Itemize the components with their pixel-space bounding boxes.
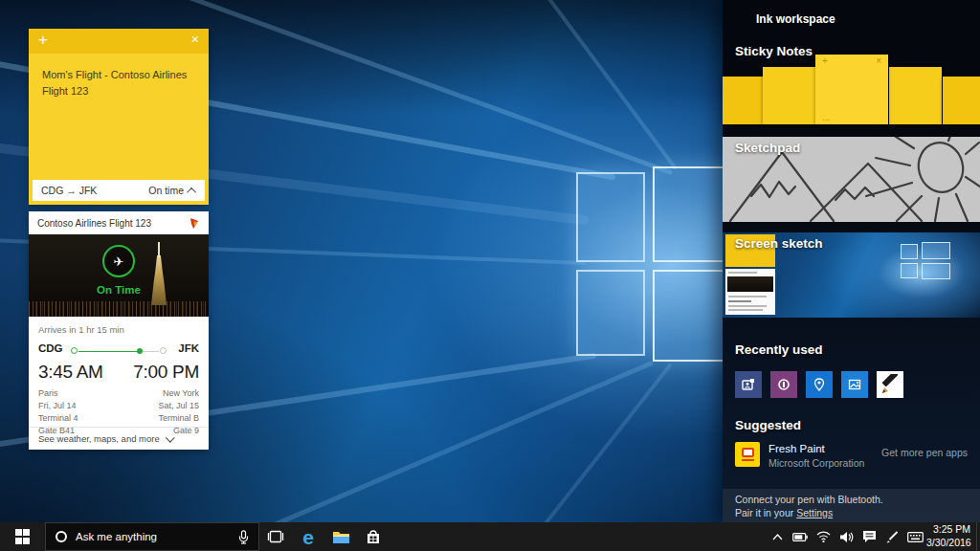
suggested-label: Suggested	[735, 418, 801, 432]
flight-details: Arrives in 1 hr 15 min CDG JFK 3:45 AM 7…	[29, 317, 209, 437]
flight-insight-bar[interactable]: CDG → JFK On time	[33, 180, 205, 201]
pen-icon	[880, 374, 901, 395]
sticky-note-thumb: + × ...	[815, 55, 888, 124]
pen-settings-button[interactable]	[880, 522, 903, 551]
photo-icon	[848, 378, 861, 391]
fresh-paint-logo-icon[interactable]	[735, 442, 760, 467]
store-bag-icon	[366, 529, 381, 544]
settings-link[interactable]: Settings	[796, 507, 833, 518]
app-tile-people[interactable]	[735, 371, 762, 398]
plane-icon: ✈	[114, 254, 124, 269]
map-pin-icon	[813, 378, 826, 392]
chevron-up-icon[interactable]	[187, 187, 196, 196]
battery-icon	[792, 533, 808, 541]
flight-card: Contoso Airlines Flight 123 ✈ On Time Ar…	[29, 211, 209, 450]
flight-times-row: 3:45 AM 7:00 PM	[38, 362, 199, 383]
sketchpad-preview[interactable]: Sketchpad	[723, 137, 980, 222]
file-explorer-button[interactable]	[324, 522, 357, 551]
get-more-pen-apps-link[interactable]: Get more pen apps	[881, 447, 968, 458]
contoso-airlines-logo-icon	[189, 217, 200, 230]
edge-button[interactable]: e	[292, 522, 324, 551]
sticky-note: + × Mom's Flight - Contoso Airlines Flig…	[29, 29, 209, 205]
search-input[interactable]: Ask me anything	[76, 531, 230, 542]
building-spire	[158, 242, 160, 257]
microphone-icon[interactable]	[238, 530, 249, 544]
chevron-down-icon	[166, 433, 175, 443]
touch-keyboard-icon	[907, 532, 924, 542]
arrival-time: 7:00 PM	[133, 362, 199, 383]
flight-progress-bar	[71, 348, 167, 353]
cortana-search-box[interactable]: Ask me anything	[45, 522, 259, 551]
city-lights	[29, 301, 209, 317]
origin-code: CDG	[38, 342, 63, 354]
empire-state-building	[151, 255, 167, 305]
screen-sketch-section-label: Screen sketch	[735, 236, 823, 251]
destination-code: JFK	[178, 342, 199, 354]
sticky-note-text[interactable]: Mom's Flight - Contoso Airlines Flight 1…	[42, 67, 195, 99]
screen-sketch-preview[interactable]: Screen sketch	[723, 232, 980, 318]
disc-icon	[777, 378, 791, 391]
people-badge-icon	[742, 378, 755, 391]
close-note-icon[interactable]: ×	[191, 32, 199, 47]
ink-workspace-panel: Ink workspace Sticky Notes + × ...	[723, 0, 980, 522]
battery-status[interactable]	[789, 522, 812, 551]
pen-tip-line2: Pair it in your Settings	[735, 506, 980, 519]
sticky-note-thumb	[723, 77, 763, 124]
see-more-link[interactable]: See weather, maps, and more	[29, 427, 209, 450]
arrival-eta-label: Arrives in 1 hr 15 min	[38, 324, 199, 335]
app-tile-disc[interactable]	[770, 371, 797, 398]
wifi-status[interactable]	[812, 522, 835, 551]
sticky-notes-preview[interactable]: + × ...	[723, 0, 980, 126]
on-time-badge: ✈	[102, 245, 135, 277]
windows-desktop: + × Mom's Flight - Contoso Airlines Flig…	[0, 0, 980, 551]
task-view-button[interactable]	[259, 522, 292, 551]
origin-point-icon	[71, 347, 78, 354]
recently-used-label: Recently used	[735, 342, 823, 357]
pen-tip-line1: Connect your pen with Bluetooth.	[735, 493, 980, 506]
task-view-icon	[267, 530, 284, 543]
action-center-button[interactable]	[858, 522, 880, 551]
destination-point-icon	[160, 347, 167, 354]
date-row: Fri, Jul 14Sat, Jul 15	[38, 400, 199, 412]
suggested-app-publisher: Microsoft Corporation	[768, 457, 864, 469]
progress-remaining	[143, 351, 159, 353]
app-tile-fresh-paint[interactable]	[877, 371, 903, 398]
stylus-pen-icon	[885, 530, 900, 543]
city-row: ParisNew York	[38, 387, 199, 400]
thumb-add-icon: +	[822, 55, 828, 66]
pen-pairing-tip: Connect your pen with Bluetooth. Pair it…	[723, 489, 980, 522]
add-note-icon[interactable]: +	[38, 31, 48, 50]
touch-keyboard-button[interactable]	[903, 522, 926, 551]
system-clock[interactable]: 3:25 PM 3/30/2016	[926, 523, 976, 549]
windows-logo-icon	[15, 529, 31, 544]
route-progress-row: CDG JFK	[38, 342, 199, 358]
recently-used-tiles	[735, 371, 903, 398]
folder-icon	[332, 530, 350, 544]
suggested-app-name[interactable]: Fresh Paint	[768, 443, 825, 454]
chevron-up-icon	[772, 534, 783, 540]
sticky-notes-section-label: Sticky Notes	[735, 44, 813, 58]
app-tile-photos[interactable]	[841, 371, 868, 398]
action-center-icon	[862, 530, 877, 543]
clock-date: 3/30/2016	[926, 537, 970, 550]
sticky-note-header	[29, 29, 209, 54]
progress-elapsed	[78, 351, 139, 353]
volume-status[interactable]	[835, 522, 858, 551]
speaker-icon	[839, 531, 854, 543]
start-button[interactable]	[0, 522, 45, 551]
edge-icon: e	[302, 527, 314, 547]
tray-expand-button[interactable]	[766, 522, 789, 551]
mini-flight-card	[725, 269, 775, 315]
on-time-label: On Time	[29, 284, 209, 296]
app-tile-maps[interactable]	[806, 371, 833, 398]
sketchpad-section-label: Sketchpad	[735, 141, 800, 155]
flight-status-label: On time	[148, 185, 196, 196]
store-button[interactable]	[357, 522, 390, 551]
wifi-icon	[816, 531, 831, 542]
show-desktop-button[interactable]	[976, 522, 980, 551]
departure-time: 3:45 AM	[38, 362, 103, 383]
flight-route-label: CDG → JFK	[41, 185, 97, 196]
cortana-icon	[56, 531, 67, 542]
taskbar: Ask me anything e	[0, 522, 980, 551]
clock-time: 3:25 PM	[926, 523, 970, 537]
